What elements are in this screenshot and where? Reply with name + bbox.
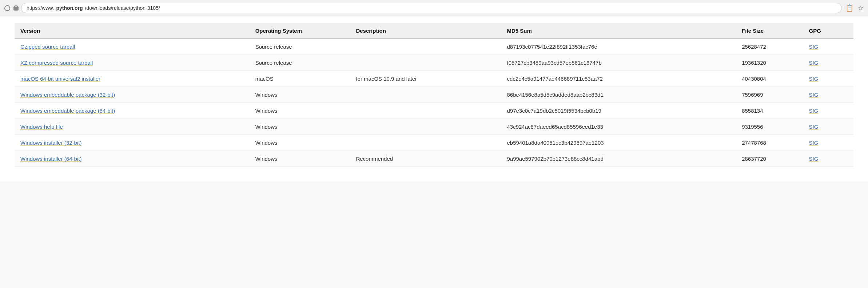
cell-gpg: SIG <box>803 119 853 135</box>
browser-security-icons <box>4 5 17 11</box>
sig-link[interactable]: SIG <box>809 156 819 162</box>
cell-md5: d97e3c0c7a19db2c5019f5534bcb0b19 <box>501 103 736 119</box>
lock-icon <box>13 5 17 11</box>
cell-version: Windows embeddable package (64-bit) <box>15 103 250 119</box>
table-row: Windows help fileWindows43c924ac87daeed6… <box>15 119 853 135</box>
cell-os: Windows <box>250 151 350 167</box>
cell-os: Windows <box>250 103 350 119</box>
header-filesize: File Size <box>736 23 803 39</box>
cell-gpg: SIG <box>803 39 853 55</box>
cell-filesize: 8558134 <box>736 103 803 119</box>
cell-gpg: SIG <box>803 135 853 151</box>
header-description: Description <box>350 23 501 39</box>
downloads-table: Version Operating System Description MD5… <box>15 23 853 167</box>
version-link[interactable]: Windows installer (64-bit) <box>20 156 81 162</box>
header-gpg: GPG <box>803 23 853 39</box>
cell-description <box>350 119 501 135</box>
cell-filesize: 9319556 <box>736 119 803 135</box>
cell-version: Gzipped source tarball <box>15 39 250 55</box>
table-row: Windows installer (64-bit)WindowsRecomme… <box>15 151 853 167</box>
cell-gpg: SIG <box>803 55 853 71</box>
cell-filesize: 25628472 <box>736 39 803 55</box>
header-version: Version <box>15 23 250 39</box>
cell-version: macOS 64-bit universal2 installer <box>15 71 250 87</box>
header-md5: MD5 Sum <box>501 23 736 39</box>
sig-link[interactable]: SIG <box>809 44 819 50</box>
cell-filesize: 19361320 <box>736 55 803 71</box>
version-link[interactable]: Windows embeddable package (64-bit) <box>20 108 115 114</box>
cell-os: Source release <box>250 39 350 55</box>
sig-link[interactable]: SIG <box>809 76 819 82</box>
version-link[interactable]: XZ compressed source tarball <box>20 60 93 66</box>
cell-os: Source release <box>250 55 350 71</box>
cell-description <box>350 39 501 55</box>
header-os: Operating System <box>250 23 350 39</box>
table-row: Gzipped source tarballSource released871… <box>15 39 853 55</box>
version-link[interactable]: Windows help file <box>20 124 63 130</box>
cell-md5: 9a99ae597902b70b1273e88cc8d41abd <box>501 151 736 167</box>
cell-description <box>350 103 501 119</box>
version-link[interactable]: macOS 64-bit universal2 installer <box>20 76 100 82</box>
cell-version: Windows embeddable package (32-bit) <box>15 87 250 103</box>
url-suffix: /downloads/release/python-3105/ <box>85 5 160 11</box>
cell-version: Windows installer (64-bit) <box>15 151 250 167</box>
sig-link[interactable]: SIG <box>809 60 819 66</box>
cell-md5: f05727cb3489aa93cd57eb561c16747b <box>501 55 736 71</box>
browser-right-icons: 📋 ☆ <box>845 4 864 12</box>
table-row: Windows embeddable package (64-bit)Windo… <box>15 103 853 119</box>
cell-gpg: SIG <box>803 151 853 167</box>
page-content: Version Operating System Description MD5… <box>0 16 868 181</box>
cell-os: Windows <box>250 135 350 151</box>
sig-link[interactable]: SIG <box>809 140 819 146</box>
table-row: Windows installer (32-bit)Windowseb59401… <box>15 135 853 151</box>
version-link[interactable]: Windows embeddable package (32-bit) <box>20 92 115 98</box>
sig-link[interactable]: SIG <box>809 108 819 114</box>
cell-gpg: SIG <box>803 103 853 119</box>
cell-gpg: SIG <box>803 71 853 87</box>
sig-link[interactable]: SIG <box>809 92 819 98</box>
cell-md5: eb59401a8da40051ec3b429897ae1203 <box>501 135 736 151</box>
cell-md5: 43c924ac87daeed65acd85596eed1e33 <box>501 119 736 135</box>
cell-filesize: 7596969 <box>736 87 803 103</box>
cell-os: Windows <box>250 119 350 135</box>
cell-md5: cdc2e4c5a91477ae446689711c53aa72 <box>501 71 736 87</box>
reader-icon[interactable]: 📋 <box>845 4 853 12</box>
table-header-row: Version Operating System Description MD5… <box>15 23 853 39</box>
cell-description <box>350 55 501 71</box>
version-link[interactable]: Gzipped source tarball <box>20 44 75 50</box>
browser-toolbar: https://www.python.org/downloads/release… <box>0 0 868 16</box>
cell-md5: d87193c077541e22f892ff1353fac76c <box>501 39 736 55</box>
cell-md5: 86be4156e8a5d5c9added8aab2bc83d1 <box>501 87 736 103</box>
cell-version: Windows help file <box>15 119 250 135</box>
cell-gpg: SIG <box>803 87 853 103</box>
table-row: Windows embeddable package (32-bit)Windo… <box>15 87 853 103</box>
cell-filesize: 40430804 <box>736 71 803 87</box>
shield-icon <box>4 5 10 11</box>
cell-filesize: 28637720 <box>736 151 803 167</box>
bookmark-icon[interactable]: ☆ <box>858 4 864 12</box>
sig-link[interactable]: SIG <box>809 124 819 130</box>
cell-os: macOS <box>250 71 350 87</box>
table-row: macOS 64-bit universal2 installermacOSfo… <box>15 71 853 87</box>
cell-version: XZ compressed source tarball <box>15 55 250 71</box>
cell-version: Windows installer (32-bit) <box>15 135 250 151</box>
cell-description: Recommended <box>350 151 501 167</box>
table-row: XZ compressed source tarballSource relea… <box>15 55 853 71</box>
address-bar[interactable]: https://www.python.org/downloads/release… <box>21 3 842 13</box>
url-domain: python.org <box>56 5 83 11</box>
cell-description: for macOS 10.9 and later <box>350 71 501 87</box>
cell-filesize: 27478768 <box>736 135 803 151</box>
cell-os: Windows <box>250 87 350 103</box>
cell-description <box>350 87 501 103</box>
url-prefix: https://www. <box>27 5 54 11</box>
version-link[interactable]: Windows installer (32-bit) <box>20 140 81 146</box>
cell-description <box>350 135 501 151</box>
